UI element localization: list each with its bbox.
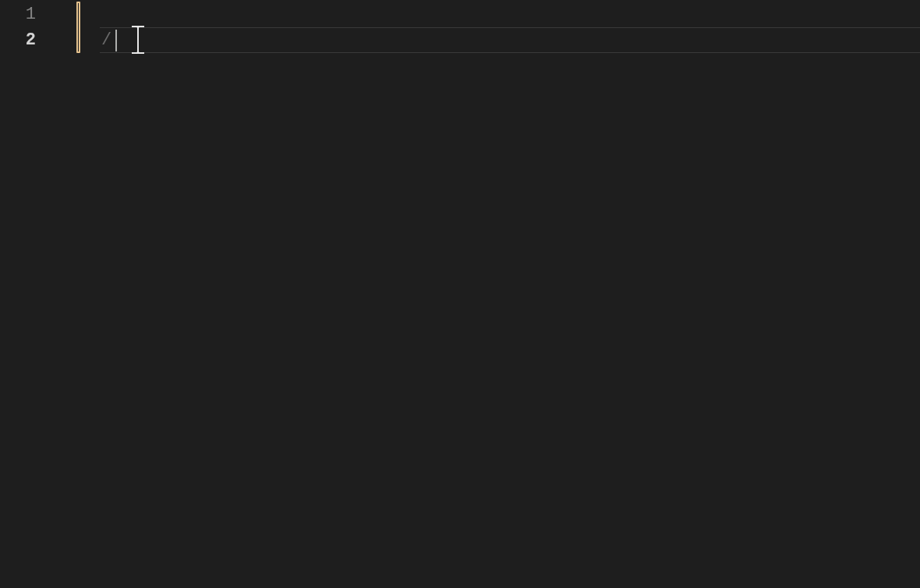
code-editor[interactable]: 1 2 /	[0, 0, 920, 588]
code-line[interactable]: /	[80, 27, 920, 53]
line-number[interactable]: 2	[0, 27, 58, 53]
line-number[interactable]: 1	[0, 2, 58, 27]
change-indicator-column	[58, 0, 80, 588]
code-area[interactable]: /	[80, 0, 920, 588]
text-caret	[115, 30, 117, 51]
line-text: /	[101, 30, 111, 50]
code-line[interactable]	[80, 2, 920, 27]
line-number-gutter: 1 2	[0, 0, 58, 588]
